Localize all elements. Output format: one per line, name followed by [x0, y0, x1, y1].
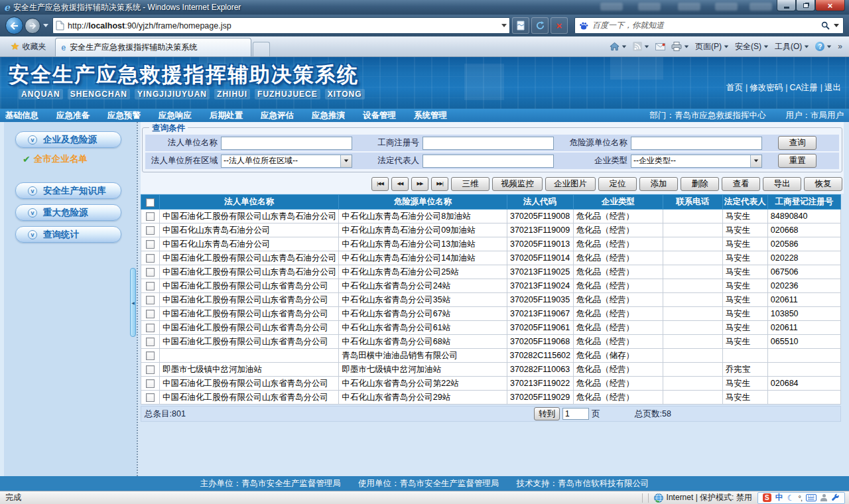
row-checkbox[interactable]: [146, 282, 155, 290]
close-button[interactable]: ×: [815, 0, 845, 11]
menu-post-disposal[interactable]: 后期处置: [210, 110, 243, 121]
enterprise-photo-button[interactable]: 企业图片: [545, 177, 596, 191]
table-row[interactable]: 中国石油化工股份有限公司山东省青岛分公司中石化山东省青岛分公司67站370213…: [141, 307, 841, 321]
row-checkbox[interactable]: [146, 393, 155, 402]
print-button[interactable]: [671, 42, 689, 51]
active-tab[interactable]: e 安全生产应急救援指挥辅助决策系统: [55, 38, 251, 56]
sidebar-section-major-hazard[interactable]: v 重大危险源: [15, 204, 121, 221]
ime-keyboard-icon[interactable]: [806, 494, 816, 501]
minimize-button[interactable]: [777, 0, 796, 11]
corp-name-input[interactable]: [221, 137, 352, 150]
change-password-link[interactable]: 修改密码: [744, 82, 784, 94]
menu-emergency-prep[interactable]: 应急准备: [56, 110, 90, 121]
refresh-button[interactable]: [531, 17, 549, 34]
row-checkbox[interactable]: [146, 310, 155, 318]
more-commands-chevron[interactable]: »: [838, 42, 842, 51]
menu-emergency-evaluation[interactable]: 应急评估: [261, 110, 294, 121]
sidebar-section-query-statistics[interactable]: v 查询统计: [15, 226, 121, 243]
three-d-button[interactable]: 三维: [451, 177, 490, 191]
row-checkbox[interactable]: [146, 379, 155, 388]
row-checkbox[interactable]: [146, 226, 155, 235]
sidebar-item-city-enterprise-list[interactable]: ✔ 全市企业名单: [23, 153, 137, 165]
sidebar-collapse-handle[interactable]: ◀: [130, 268, 136, 337]
delete-button[interactable]: 删除: [681, 177, 719, 191]
feeds-button[interactable]: [633, 42, 649, 51]
search-icon[interactable]: [821, 21, 830, 30]
sidebar-section-knowledge-base[interactable]: v 安全生产知识库: [15, 182, 121, 199]
add-button[interactable]: 添加: [639, 177, 678, 191]
menu-emergency-warning[interactable]: 应急预警: [107, 110, 141, 121]
reset-button[interactable]: 重置: [778, 154, 816, 168]
page-number-input[interactable]: [562, 408, 589, 420]
print-dropdown[interactable]: [685, 45, 688, 48]
menu-basic-info[interactable]: 基础信息: [5, 110, 38, 121]
table-row[interactable]: 中国石油化工股份有限公司山东省青岛分公司中石化山东省青岛分公司68站370205…: [141, 335, 841, 349]
restore-button[interactable]: [796, 0, 815, 11]
back-button[interactable]: [5, 17, 23, 34]
row-checkbox[interactable]: [146, 296, 155, 304]
home-link[interactable]: 首页: [725, 82, 744, 94]
restore-button[interactable]: 恢复: [804, 177, 842, 191]
table-row[interactable]: 中国石油化工股份有限公司山东省青岛分公司中石化山东省青岛分公司35站370205…: [141, 293, 841, 307]
row-checkbox[interactable]: [146, 268, 155, 277]
compatibility-view-button[interactable]: [512, 17, 529, 34]
table-row[interactable]: 中国石油化工股份有限公司山东省青岛分公司中石化山东省青岛分公司第22站37021…: [141, 377, 841, 391]
read-mail-button[interactable]: [655, 43, 665, 50]
reg-no-input[interactable]: [423, 137, 554, 150]
url-history-dropdown[interactable]: [501, 24, 507, 27]
last-page-button[interactable]: ▶▶|: [431, 177, 448, 191]
view-button[interactable]: 查看: [722, 177, 760, 191]
page-menu[interactable]: 页面(P): [695, 41, 729, 52]
row-checkbox[interactable]: [146, 338, 155, 346]
table-row[interactable]: 中国石油化工股份有限公司山东青岛石油分公司中石化山东青岛石油分公司8加油站370…: [141, 210, 841, 223]
ca-register-link[interactable]: CA注册: [784, 82, 819, 94]
table-row[interactable]: 即墨市七级镇中岔河加油站即墨市七级镇中岔河加油站370282F110063危化品…: [141, 363, 841, 377]
table-row[interactable]: 中国石油化工股份有限公司山东省青岛分公司中石化山东省青岛分公司24站370213…: [141, 279, 841, 293]
sogou-icon[interactable]: S: [763, 493, 771, 502]
table-row[interactable]: 中国石油化工股份有限公司山东省青岛分公司中石化山东省青岛分公司29站370205…: [141, 391, 841, 405]
home-button[interactable]: [610, 42, 627, 51]
new-tab-button[interactable]: [253, 42, 270, 56]
next-page-button[interactable]: ▶▶: [411, 177, 428, 191]
home-dropdown[interactable]: [622, 45, 626, 48]
table-row[interactable]: 中国石油化工股份有限公司山东省青岛分公司中石化山东省青岛分公司61站370205…: [141, 321, 841, 335]
menu-system-mgmt[interactable]: 系统管理: [414, 110, 447, 121]
table-row[interactable]: 中国石油化工股份有限公司山东青岛石油分公司中石化山东青岛石油分公司14加油站37…: [141, 251, 841, 265]
sidebar-section-enterprise-hazard[interactable]: v 企业及危险源: [15, 131, 121, 148]
row-checkbox[interactable]: [146, 324, 155, 332]
legal-rep-input[interactable]: [423, 155, 554, 168]
table-row[interactable]: 中国石油化工股份有限公司山东青岛石油分公司中石化山东青岛石油分公司25站3702…: [141, 265, 841, 279]
region-select[interactable]: --法人单位所在区域--: [221, 155, 352, 168]
row-checkbox[interactable]: [146, 254, 155, 263]
safety-menu[interactable]: 安全(S): [735, 41, 769, 52]
locate-button[interactable]: 定位: [598, 177, 637, 191]
menu-emergency-response[interactable]: 应急响应: [159, 110, 192, 121]
ime-wrench-icon[interactable]: [831, 493, 840, 502]
favorites-button[interactable]: ★ 收藏夹: [4, 38, 52, 55]
table-row[interactable]: 青岛田横中油油品销售有限公司370282C115602危化品（储存）: [141, 349, 841, 363]
row-checkbox[interactable]: [146, 212, 155, 221]
corp-type-select[interactable]: --企业类型--: [631, 155, 762, 168]
logout-link[interactable]: 退出: [819, 82, 842, 94]
ime-user-icon[interactable]: [820, 494, 827, 501]
ime-fullmoon-icon[interactable]: ☾: [787, 493, 795, 503]
stop-button[interactable]: ×: [551, 17, 568, 34]
first-page-button[interactable]: |◀◀: [371, 177, 389, 191]
menu-equipment-mgmt[interactable]: 设备管理: [363, 110, 396, 121]
select-all-checkbox[interactable]: [146, 198, 155, 207]
search-options-dropdown[interactable]: [834, 24, 839, 27]
forward-button[interactable]: [25, 18, 40, 34]
row-checkbox[interactable]: [146, 365, 155, 374]
row-checkbox[interactable]: [146, 351, 155, 360]
row-checkbox[interactable]: [146, 240, 155, 249]
url-field[interactable]: http://localhost:90/yjzh/frame/homepage.…: [52, 17, 510, 34]
video-monitor-button[interactable]: 视频监控: [492, 177, 543, 191]
hazard-name-input[interactable]: [631, 137, 762, 150]
table-row[interactable]: 中国石化山东青岛石油分公司中石化山东青岛石油分公司13加油站370205F119…: [141, 237, 841, 251]
menu-emergency-drill[interactable]: 应急推演: [312, 110, 345, 121]
export-button[interactable]: 导出: [763, 177, 801, 191]
ime-punctuation-icon[interactable]: °,: [799, 494, 802, 502]
ime-chinese-icon[interactable]: 中: [775, 492, 783, 503]
feeds-dropdown[interactable]: [645, 45, 649, 48]
search-box[interactable]: 百度一下，你就知道: [574, 17, 844, 34]
